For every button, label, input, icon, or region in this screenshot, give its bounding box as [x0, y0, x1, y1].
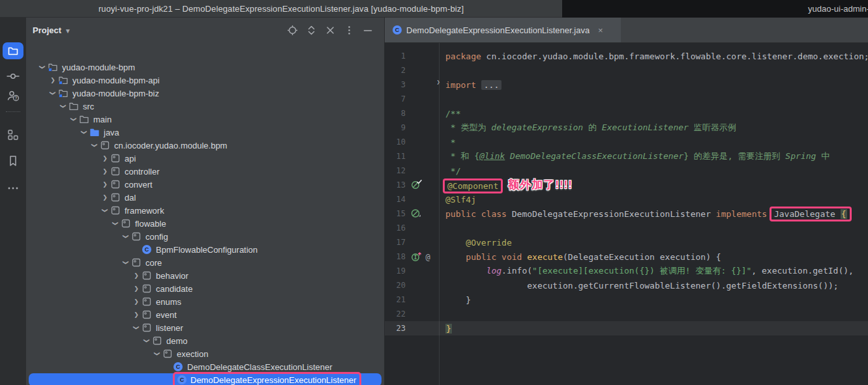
line-number[interactable]: 22	[385, 309, 407, 319]
code-text[interactable]: execution.getCurrentFlowableListener().g…	[445, 281, 839, 291]
chevron-expanded-icon[interactable]: ❯	[46, 88, 59, 98]
code-line-13[interactable]: 13@Component额外加了!!!!	[385, 178, 868, 192]
code-text[interactable]: /**	[445, 109, 460, 119]
code-line-1[interactable]: 1package cn.iocoder.yudao.module.bpm.fra…	[385, 49, 868, 63]
activity-bar-item-pull-requests[interactable]: ?	[0, 87, 26, 105]
line-number[interactable]: 16	[385, 223, 407, 233]
code-line-8[interactable]: 8/**	[385, 106, 868, 121]
chevron-collapsed-icon[interactable]: ❯	[100, 178, 110, 191]
code-line-9[interactable]: 9 * 类型为 delegateExpression 的 ExecutionLi…	[385, 121, 868, 135]
chevron-collapsed-icon[interactable]: ❯	[100, 152, 110, 165]
line-number[interactable]: 23	[385, 324, 407, 333]
tree-item-yudao-module-bpm[interactable]: ❯yudao-module-bpm	[26, 61, 384, 74]
expand-all-button[interactable]	[305, 25, 317, 36]
code-editor[interactable]: 1package cn.iocoder.yudao.module.bpm.fra…	[385, 43, 868, 385]
locate-opened-file-button[interactable]	[286, 25, 298, 36]
hide-panel-button[interactable]	[362, 25, 374, 36]
chevron-expanded-icon[interactable]: ❯	[88, 140, 101, 150]
chevron-expanded-icon[interactable]: ❯	[36, 62, 49, 72]
code-line-23[interactable]: 23}	[385, 321, 868, 335]
code-text[interactable]: *	[445, 137, 456, 147]
code-text[interactable]: public void execute(DelegateExecution ex…	[445, 252, 721, 262]
code-line-16[interactable]: 16	[385, 221, 868, 235]
line-number[interactable]: 12	[385, 166, 407, 175]
tree-item-demo[interactable]: ❯demo	[26, 334, 384, 347]
editor-tab-active[interactable]: C DemoDelegateExpressionExecutionListene…	[385, 18, 621, 42]
close-icon[interactable]: ×	[598, 25, 603, 35]
line-number[interactable]: 10	[385, 137, 407, 147]
code-line-3[interactable]: 3❯import ...	[385, 78, 868, 92]
code-line-19[interactable]: 19 log.info("[execute][execution({}) 被调用…	[385, 264, 868, 278]
line-number[interactable]: 2	[385, 66, 407, 75]
line-number[interactable]: 11	[385, 152, 407, 161]
tree-item-yudao-module-bpm-api[interactable]: ❯yudao-module-bpm-api	[26, 74, 384, 87]
activity-bar-item-project[interactable]	[0, 42, 26, 60]
line-number[interactable]: 18	[385, 252, 407, 261]
tree-item-framework[interactable]: ❯framework	[26, 204, 384, 217]
tree-item-DemoDelegateClassExecutionListener[interactable]: CDemoDelegateClassExecutionListener	[26, 360, 384, 373]
tree-item-behavior[interactable]: ❯behavior	[26, 269, 384, 282]
tree-item-candidate[interactable]: ❯candidate	[26, 282, 384, 295]
activity-bar-item-structure[interactable]	[0, 126, 26, 144]
spring-check-gutter-icon[interactable]	[411, 180, 422, 190]
code-line-21[interactable]: 21 }	[385, 292, 868, 307]
collapse-all-button[interactable]	[324, 25, 336, 36]
fold-chevron-icon[interactable]: ❯	[437, 79, 440, 85]
code-line-18[interactable]: 18I@ public void execute(DelegateExecuti…	[385, 250, 868, 264]
tree-item-config[interactable]: ❯config	[26, 230, 384, 243]
chevron-expanded-icon[interactable]: ❯	[130, 322, 143, 333]
code-line-10[interactable]: 10 *	[385, 135, 868, 149]
line-number[interactable]: 8	[385, 109, 407, 118]
code-line-12[interactable]: 12 */	[385, 164, 868, 178]
chevron-expanded-icon[interactable]: ❯	[119, 231, 132, 242]
chevron-expanded-icon[interactable]: ❯	[98, 205, 112, 216]
tree-item-DemoDelegateExpressionExecutionListener[interactable]: CDemoDelegateExpressionExecutionListener	[26, 373, 384, 385]
override-at-gutter-icon[interactable]: I@	[411, 251, 433, 262]
activity-bar-item-bookmarks[interactable]	[0, 152, 26, 170]
code-text[interactable]: package cn.iocoder.yudao.module.bpm.fram…	[445, 51, 868, 61]
tree-item-controller[interactable]: ❯controller	[26, 165, 384, 178]
chevron-collapsed-icon[interactable]: ❯	[100, 191, 110, 204]
line-number[interactable]: 20	[385, 281, 407, 290]
activity-bar-item-commit[interactable]	[0, 67, 26, 85]
background-window-titlebar[interactable]: yudao-ui-admin-	[562, 0, 868, 18]
code-text[interactable]: import ...	[445, 80, 501, 90]
tree-item-flowable[interactable]: ❯flowable	[26, 217, 384, 230]
options-menu-button[interactable]	[343, 25, 355, 36]
line-number[interactable]: 17	[385, 238, 407, 247]
line-number[interactable]: 3	[385, 80, 407, 89]
code-text[interactable]: */	[445, 166, 460, 176]
code-text[interactable]: @Override	[445, 238, 512, 248]
code-line-14[interactable]: 14@Slf4j	[385, 192, 868, 207]
code-line-20[interactable]: 20 execution.getCurrentFlowableListener(…	[385, 278, 868, 292]
chevron-collapsed-icon[interactable]: ❯	[131, 282, 142, 295]
chevron-expanded-icon[interactable]: ❯	[119, 257, 132, 268]
code-line-17[interactable]: 17 @Override	[385, 235, 868, 250]
tree-item-java[interactable]: ❯java	[26, 126, 384, 139]
line-number[interactable]: 19	[385, 266, 407, 276]
chevron-expanded-icon[interactable]: ❯	[78, 127, 91, 137]
chevron-expanded-icon[interactable]: ❯	[140, 335, 153, 346]
code-text[interactable]: log.info("[execute][execution({}) 被调用! 变…	[445, 265, 854, 277]
chevron-expanded-icon[interactable]: ❯	[151, 349, 164, 359]
code-line-2[interactable]: 2	[385, 63, 868, 78]
code-line-11[interactable]: 11 * 和 {@link DemoDelegateClassExecution…	[385, 149, 868, 164]
code-text[interactable]: @Component额外加了!!!!	[445, 178, 573, 193]
tree-item-yudao-module-bpm-biz[interactable]: ❯yudao-module-bpm-biz	[26, 87, 384, 100]
chevron-collapsed-icon[interactable]: ❯	[48, 74, 58, 87]
line-number[interactable]: 21	[385, 295, 407, 304]
chevron-collapsed-icon[interactable]: ❯	[131, 269, 142, 282]
code-text[interactable]: * 类型为 delegateExpression 的 ExecutionList…	[445, 122, 736, 134]
tree-item-api[interactable]: ❯api	[26, 152, 384, 165]
code-line-22[interactable]: 22	[385, 307, 868, 321]
chevron-expanded-icon[interactable]: ❯	[67, 114, 80, 124]
tree-item-exection[interactable]: ❯exection	[26, 347, 384, 360]
code-text[interactable]: }	[445, 324, 452, 334]
project-view-selector[interactable]: Project ▼	[33, 25, 71, 35]
code-line-15[interactable]: 15public class DemoDelegateExpressionExe…	[385, 207, 868, 221]
tree-item-enums[interactable]: ❯enums	[26, 295, 384, 308]
line-number[interactable]: 1	[385, 51, 407, 61]
chevron-expanded-icon[interactable]: ❯	[57, 101, 70, 111]
tree-item-convert[interactable]: ❯convert	[26, 178, 384, 191]
tree-item-main[interactable]: ❯main	[26, 113, 384, 126]
